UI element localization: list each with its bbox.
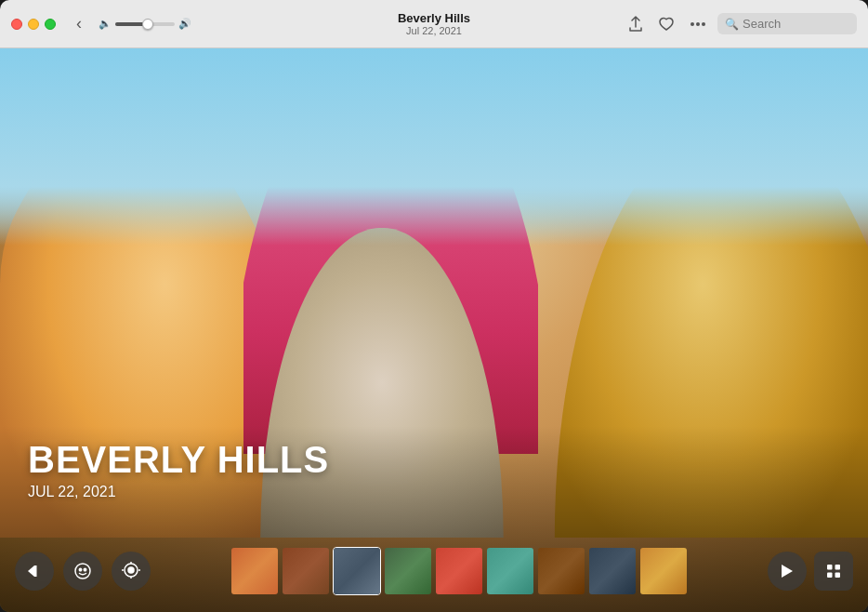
filmstrip-item-6[interactable] <box>486 547 534 595</box>
svg-point-5 <box>75 564 90 579</box>
window-subtitle: Jul 22, 2021 <box>398 25 470 36</box>
app-window: ‹ 🔈 🔊 Beverly Hills Jul 22, 2021 <box>0 0 868 612</box>
minimize-button[interactable] <box>28 19 39 30</box>
favorite-icon <box>658 17 675 32</box>
sky-overlay <box>0 48 868 246</box>
share-icon <box>628 16 643 33</box>
svg-point-0 <box>690 22 694 26</box>
photo-area: BEVERLY HILLS JUL 22, 2021 <box>0 48 868 612</box>
thumb-7 <box>538 548 585 594</box>
share-button[interactable] <box>625 12 647 36</box>
photo-title-overlay: BEVERLY HILLS JUL 22, 2021 <box>28 439 329 500</box>
filmstrip-item-3[interactable] <box>333 547 381 595</box>
play-button[interactable] <box>768 552 807 591</box>
thumb-9 <box>640 548 687 594</box>
filmstrip-item-2[interactable] <box>282 547 330 595</box>
right-controls <box>768 552 853 591</box>
location-icon <box>122 562 140 580</box>
titlebar-right: 🔍 <box>625 12 857 36</box>
svg-rect-17 <box>827 573 833 579</box>
svg-marker-14 <box>782 565 793 578</box>
thumb-2 <box>283 548 329 594</box>
favorite-button[interactable] <box>654 13 678 35</box>
thumb-1 <box>231 548 278 594</box>
photo-title: BEVERLY HILLS <box>28 439 329 480</box>
titlebar-center: Beverly Hills Jul 22, 2021 <box>398 11 470 36</box>
svg-point-7 <box>84 568 85 570</box>
thumb-5 <box>436 548 482 594</box>
svg-point-6 <box>79 568 81 570</box>
svg-point-2 <box>702 22 705 26</box>
back-button[interactable]: ‹ <box>72 12 85 35</box>
play-icon <box>781 564 794 579</box>
filmstrip-item-4[interactable] <box>384 547 432 595</box>
filmstrip-item-9[interactable] <box>639 547 688 595</box>
window-title: Beverly Hills <box>398 11 470 25</box>
controls-bar <box>0 530 868 612</box>
search-icon: 🔍 <box>725 18 739 31</box>
filmstrip <box>160 543 758 599</box>
photo-date: JUL 22, 2021 <box>28 484 329 500</box>
thumb-3 <box>334 548 380 594</box>
faces-button[interactable] <box>63 552 102 591</box>
svg-rect-18 <box>835 573 841 579</box>
svg-rect-16 <box>835 565 841 570</box>
traffic-lights <box>11 19 56 30</box>
more-icon <box>690 21 706 27</box>
svg-point-1 <box>696 22 700 26</box>
volume-slider-thumb[interactable] <box>142 19 153 30</box>
skip-back-button[interactable] <box>15 552 54 591</box>
thumb-6 <box>487 548 533 594</box>
more-button[interactable] <box>686 18 710 31</box>
svg-marker-3 <box>28 565 34 577</box>
skip-back-icon <box>26 563 43 579</box>
filmstrip-item-5[interactable] <box>435 547 483 595</box>
volume-high-icon: 🔊 <box>178 18 191 30</box>
titlebar-left: ‹ 🔈 🔊 <box>11 12 625 35</box>
location-button[interactable] <box>112 552 151 591</box>
grid-button[interactable] <box>814 552 853 591</box>
close-button[interactable] <box>11 19 22 30</box>
filmstrip-item-7[interactable] <box>537 547 585 595</box>
search-field[interactable]: 🔍 <box>717 13 857 34</box>
svg-rect-15 <box>827 565 833 570</box>
thumb-4 <box>385 548 431 594</box>
titlebar: ‹ 🔈 🔊 Beverly Hills Jul 22, 2021 <box>0 0 868 48</box>
search-input[interactable] <box>743 17 845 31</box>
svg-point-9 <box>128 567 134 573</box>
filmstrip-item-1[interactable] <box>230 547 279 595</box>
maximize-button[interactable] <box>45 19 56 30</box>
svg-rect-4 <box>34 565 37 577</box>
volume-slider[interactable] <box>115 22 175 26</box>
volume-control: 🔈 🔊 <box>99 18 191 30</box>
filmstrip-item-8[interactable] <box>588 547 637 595</box>
volume-low-icon: 🔈 <box>99 18 112 30</box>
faces-icon <box>73 562 92 580</box>
thumb-8 <box>589 548 636 594</box>
grid-icon <box>826 564 841 579</box>
